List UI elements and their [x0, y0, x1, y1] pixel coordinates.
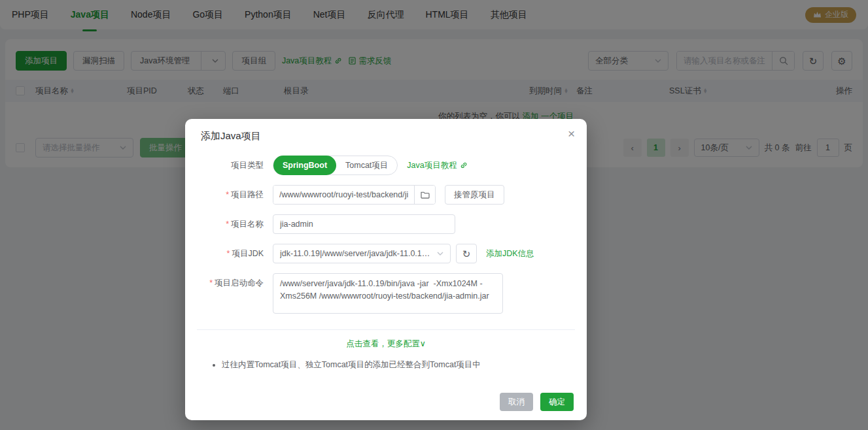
project-path-group	[273, 185, 436, 205]
project-jdk-label: *项目JDK	[185, 244, 264, 263]
refresh-icon: ↻	[462, 249, 471, 259]
start-command-textarea[interactable]: /www/server/java/jdk-11.0.19/bin/java -j…	[273, 273, 503, 314]
more-config-link[interactable]: 点击查看，更多配置∨	[346, 339, 426, 350]
modal-form: 项目类型 SpringBoot Tomcat项目 Java项目教程 *项目路径	[185, 156, 587, 371]
modal-title: 添加Java项目	[185, 119, 587, 142]
required-mark: *	[226, 220, 229, 229]
type-tomcat-button[interactable]: Tomcat项目	[336, 156, 397, 175]
type-springboot-button[interactable]: SpringBoot	[273, 156, 336, 175]
folder-icon	[421, 191, 430, 199]
project-name-row: *项目名称	[185, 214, 587, 234]
project-name-label: *项目名称	[185, 214, 264, 234]
project-jdk-row: *项目JDK jdk-11.0.19|/www/server/java/jdk-…	[185, 244, 587, 263]
jdk-refresh-button[interactable]: ↻	[456, 244, 477, 263]
confirm-button[interactable]: 确定	[540, 393, 574, 411]
add-jdk-link[interactable]: 添加JDK信息	[486, 244, 534, 263]
chevron-down-icon	[437, 252, 443, 256]
required-mark: *	[226, 190, 229, 199]
project-type-segment: SpringBoot Tomcat项目	[273, 156, 398, 175]
start-command-label: *项目启动命令	[185, 273, 264, 293]
modal-note-list: 过往内置Tomcat项目、独立Tomcat项目的添加已经整合到Tomcat项目中	[213, 359, 587, 371]
modal-java-tutorial-link[interactable]: Java项目教程	[407, 156, 467, 175]
project-name-input[interactable]	[273, 214, 455, 234]
project-path-row: *项目路径 接管原项目	[185, 185, 587, 205]
jdk-select[interactable]: jdk-11.0.19|/www/server/java/jdk-11.0.19…	[273, 244, 451, 263]
browse-folder-button[interactable]	[414, 186, 435, 204]
modal-note: 过往内置Tomcat项目、独立Tomcat项目的添加已经整合到Tomcat项目中	[222, 359, 587, 371]
modal-divider	[197, 329, 575, 330]
add-java-project-modal: 添加Java项目 × 项目类型 SpringBoot Tomcat项目 Java…	[185, 119, 587, 420]
external-link-icon	[460, 161, 468, 169]
project-path-label: *项目路径	[185, 185, 264, 205]
project-path-input[interactable]	[273, 186, 414, 204]
takeover-project-button[interactable]: 接管原项目	[445, 185, 504, 205]
cancel-button[interactable]: 取消	[500, 393, 533, 411]
start-command-row: *项目启动命令 /www/server/java/jdk-11.0.19/bin…	[185, 273, 587, 314]
project-type-row: 项目类型 SpringBoot Tomcat项目 Java项目教程	[185, 156, 587, 175]
close-icon[interactable]: ×	[568, 127, 575, 140]
jdk-select-value: jdk-11.0.19|/www/server/java/jdk-11.0.19…	[280, 249, 434, 258]
modal-footer: 取消 确定	[500, 393, 574, 411]
required-mark: *	[227, 249, 230, 258]
app-window: PHP项目 Java项目 Node项目 Go项目 Python项目 Net项目 …	[0, 0, 868, 430]
more-config-row: 点击查看，更多配置∨	[185, 339, 587, 350]
project-type-label: 项目类型	[185, 156, 264, 175]
required-mark: *	[209, 278, 213, 288]
